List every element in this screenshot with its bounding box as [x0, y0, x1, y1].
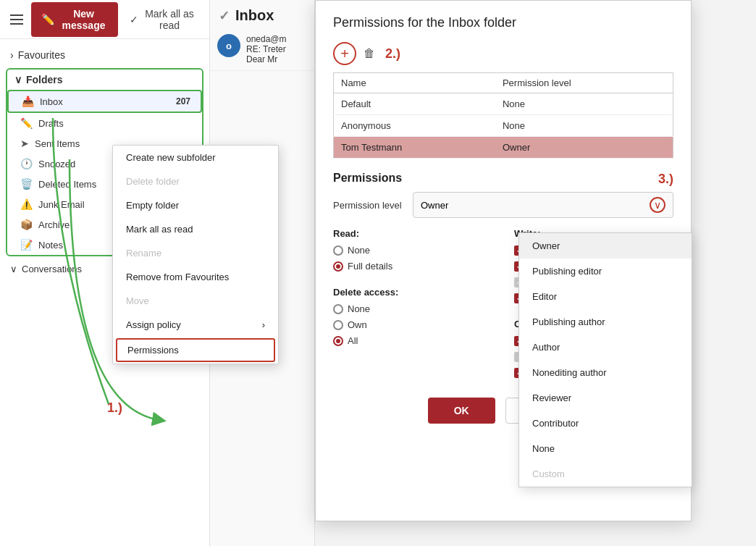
- context-mark-all-read[interactable]: Mark all as read: [113, 217, 278, 241]
- dropdown-item-author[interactable]: Author: [519, 335, 692, 360]
- read-none-label: None: [348, 245, 370, 256]
- table-row[interactable]: AnonymousNone: [334, 115, 673, 137]
- context-remove-favourites[interactable]: Remove from Favourites: [113, 265, 278, 289]
- hamburger-line: [10, 23, 23, 25]
- permission-level-label: Permission level: [333, 200, 406, 211]
- col-permission-header: Permission level: [495, 73, 673, 93]
- mark-all-read-ctx-label: Mark all as read: [126, 224, 193, 235]
- del-none-row: None: [333, 303, 492, 314]
- dropdown-item-custom: Custom: [519, 461, 692, 487]
- del-all-radio[interactable]: [333, 336, 343, 346]
- dropdown-item-contributor[interactable]: Contributor: [519, 411, 692, 436]
- conversations-label: Conversations: [22, 264, 82, 274]
- submenu-arrow-icon: ›: [262, 319, 265, 330]
- toolbar: ✏️ New message ✓ Mark all as read: [0, 0, 209, 39]
- context-permissions[interactable]: Permissions: [116, 338, 275, 362]
- permissions-section-title: Permissions: [333, 172, 673, 185]
- row-permission: Owner: [495, 137, 673, 159]
- folder-item-inbox[interactable]: 📥 Inbox 207: [7, 90, 202, 113]
- dropdown-item-reviewer[interactable]: Reviewer: [519, 385, 692, 411]
- table-row[interactable]: DefaultNone: [334, 93, 673, 115]
- deleted-icon: 🗑️: [20, 178, 33, 190]
- folder-label-archive: Archive: [38, 219, 70, 230]
- dropdown-item-publishing-editor[interactable]: Publishing editor: [519, 259, 692, 284]
- mark-all-read-button[interactable]: ✓ Mark all as read: [124, 2, 202, 37]
- context-assign-policy[interactable]: Assign policy ›: [113, 313, 278, 337]
- del-none-radio[interactable]: [333, 304, 343, 314]
- notes-icon: 📝: [20, 239, 33, 251]
- step3-annotation: 3.): [658, 172, 673, 187]
- selected-level-text: Owner: [421, 200, 448, 211]
- avatar: o: [217, 34, 240, 57]
- compose-icon: ✏️: [41, 13, 55, 26]
- dialog-title: Permissions for the Inbox folder: [333, 15, 673, 30]
- context-move: Move: [113, 289, 278, 313]
- folders-header[interactable]: ∨ Folders: [7, 70, 202, 90]
- context-menu: Create new subfolder Delete folder Empty…: [112, 145, 279, 364]
- hamburger-line: [10, 19, 23, 20]
- permission-level-dropdown: OwnerPublishing editorEditorPublishing a…: [518, 232, 692, 487]
- new-message-label: New message: [59, 8, 108, 31]
- chevron-right-icon: ›: [10, 49, 14, 61]
- folder-label-drafts: Drafts: [38, 118, 64, 129]
- dropdown-item-editor[interactable]: Editor: [519, 284, 692, 309]
- dropdown-item-none[interactable]: None: [519, 436, 692, 461]
- folder-item-drafts[interactable]: ✏️ Drafts: [7, 113, 202, 133]
- delete-title: Delete access:: [333, 287, 492, 298]
- del-own-radio[interactable]: [333, 320, 343, 330]
- row-name: Anonymous: [334, 115, 495, 137]
- dialog-toolbar: + 🗑 2.): [333, 42, 673, 65]
- permission-level-select[interactable]: Owner ∨: [413, 192, 673, 218]
- read-full-radio[interactable]: [333, 261, 343, 272]
- ok-button[interactable]: OK: [428, 398, 495, 424]
- read-column: Read: None Full details Delete access: N…: [333, 228, 492, 383]
- mark-all-read-label: Mark all as read: [143, 8, 196, 31]
- context-rename: Rename: [113, 241, 278, 265]
- del-all-row: All: [333, 335, 492, 346]
- assign-policy-label: Assign policy: [126, 319, 181, 330]
- read-none-radio[interactable]: [333, 245, 343, 256]
- col-name-header: Name: [334, 73, 495, 93]
- dropdown-item-publishing-author[interactable]: Publishing author: [519, 309, 692, 335]
- read-title: Read:: [333, 228, 492, 239]
- empty-folder-label: Empty folder: [126, 200, 179, 211]
- table-row[interactable]: Tom TestmannOwner: [334, 137, 673, 159]
- hamburger-line: [10, 14, 23, 16]
- create-subfolder-label: Create new subfolder: [126, 152, 216, 163]
- read-full-row: Full details: [333, 261, 492, 272]
- delete-permission-button[interactable]: 🗑: [359, 43, 379, 64]
- folder-label-sent: Sent Items: [35, 138, 80, 149]
- step1-annotation: 1.): [107, 400, 122, 416]
- drafts-icon: ✏️: [20, 117, 33, 129]
- sidebar-item-favourites[interactable]: › Favourites: [0, 45, 209, 65]
- row-permission: None: [495, 115, 673, 137]
- chevron-down-icon: ∨: [14, 74, 22, 85]
- inbox-header: ✓ Inbox: [210, 0, 314, 28]
- folder-label-notes: Notes: [38, 240, 63, 251]
- folder-label-deleted: Deleted Items: [38, 179, 96, 190]
- dropdown-item-nonediting-author[interactable]: Nonediting author: [519, 360, 692, 385]
- delete-folder-label: Delete folder: [126, 176, 180, 187]
- email-preview[interactable]: o oneda@m RE: Treter Dear Mr: [210, 28, 314, 71]
- remove-favourites-label: Remove from Favourites: [126, 272, 229, 282]
- archive-icon: 📦: [20, 219, 33, 230]
- add-permission-button[interactable]: +: [333, 42, 356, 65]
- hamburger-button[interactable]: [7, 8, 25, 31]
- permissions-dialog: Permissions for the Inbox folder + 🗑 2.)…: [315, 0, 692, 521]
- del-none-label: None: [348, 303, 370, 314]
- favourites-label: Favourites: [18, 49, 65, 61]
- folders-label: Folders: [26, 74, 63, 85]
- folder-label-junk: Junk Email: [38, 199, 85, 210]
- junk-icon: ⚠️: [20, 198, 33, 210]
- context-empty-folder[interactable]: Empty folder: [113, 193, 278, 217]
- read-none-row: None: [333, 245, 492, 256]
- move-label: Move: [126, 295, 149, 306]
- check-circle-icon: ✓: [219, 8, 230, 24]
- inbox-title: Inbox: [235, 7, 274, 24]
- inbox-icon: 📥: [22, 96, 34, 107]
- dropdown-item-owner[interactable]: Owner: [519, 233, 692, 259]
- rename-label: Rename: [126, 248, 161, 259]
- new-message-button[interactable]: ✏️ New message: [31, 2, 118, 37]
- context-create-subfolder[interactable]: Create new subfolder: [113, 146, 278, 169]
- row-permission: None: [495, 93, 673, 115]
